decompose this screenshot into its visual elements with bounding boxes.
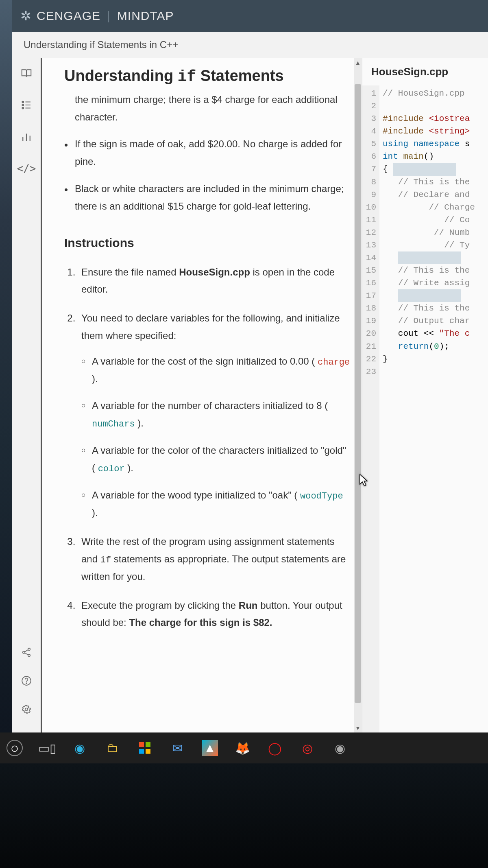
code-token: woodType bbox=[300, 491, 343, 501]
windows-taskbar[interactable]: ○ ▭▯ ◉ 🗀 ✉ ▲ 🦊 ◯ ◎ ◉ bbox=[0, 732, 488, 763]
instruction-step: Write the rest of the program using assi… bbox=[78, 533, 351, 586]
opera-icon[interactable]: ◯ bbox=[267, 740, 283, 756]
ms-store-icon[interactable] bbox=[137, 740, 153, 756]
brand-name: CENGAGE bbox=[37, 9, 100, 23]
svg-rect-19 bbox=[139, 749, 144, 754]
svg-point-16 bbox=[25, 708, 28, 711]
checklist-icon[interactable] bbox=[20, 98, 33, 112]
bullet-list: If the sign is made of oak, add $20.00. … bbox=[64, 136, 351, 215]
truncated-prior-bullet: the minimum charge; there is a $4 charge… bbox=[64, 91, 351, 126]
share-icon[interactable] bbox=[20, 645, 33, 659]
desk-surface bbox=[0, 763, 488, 868]
sub-item: A variable for the number of characters … bbox=[81, 397, 351, 432]
instructions-list: Ensure the file named HouseSign.cpp is o… bbox=[64, 264, 351, 632]
mindtap-window: ✲ CENGAGE | MINDTAP Understanding if Sta… bbox=[12, 0, 488, 732]
svg-line-12 bbox=[25, 650, 28, 652]
code-token: color bbox=[98, 464, 125, 474]
code-content[interactable]: // HouseSign.cpp #include <iostrea#inclu… bbox=[379, 85, 478, 732]
heading-post: Statements bbox=[196, 67, 283, 84]
lesson-body: the minimum charge; there is a $4 charge… bbox=[64, 91, 351, 632]
left-nav-rail: </> bbox=[12, 58, 41, 732]
instructions-heading: Instructions bbox=[64, 232, 351, 254]
gear-icon[interactable] bbox=[20, 702, 33, 716]
cortana-icon[interactable]: ◉ bbox=[332, 740, 348, 756]
desktop-background bbox=[0, 0, 12, 732]
bullet-item: If the sign is made of oak, add $20.00. … bbox=[64, 136, 351, 170]
cengage-logo-icon: ✲ bbox=[20, 8, 32, 24]
lesson-subtitle: Understanding if Statements in C++ bbox=[12, 32, 488, 58]
product-name: MINDTAP bbox=[117, 9, 174, 23]
expected-output: The charge for this sign is $82. bbox=[129, 617, 272, 628]
code-editor-pane: HouseSign.cpp 12345678910111213141516171… bbox=[362, 58, 488, 732]
code-token: charge bbox=[318, 357, 350, 367]
instruction-step: Execute the program by clicking the Run … bbox=[78, 597, 351, 632]
instruction-step: Ensure the file named HouseSign.cpp is o… bbox=[78, 264, 351, 298]
app-title-bar: ✲ CENGAGE | MINDTAP bbox=[12, 0, 488, 32]
main-area: </> Understanding if Statements the mini… bbox=[12, 58, 488, 732]
svg-point-0 bbox=[22, 101, 24, 103]
instruction-step: You need to declare variables for the fo… bbox=[78, 310, 351, 522]
heading-keyword: if bbox=[178, 68, 196, 85]
photos-icon[interactable]: ▲ bbox=[202, 740, 218, 756]
code-icon[interactable]: </> bbox=[20, 162, 33, 175]
file-explorer-icon[interactable]: 🗀 bbox=[104, 740, 120, 756]
lesson-heading: Understanding if Statements bbox=[64, 67, 351, 85]
svg-point-4 bbox=[22, 107, 24, 109]
bar-chart-icon[interactable] bbox=[20, 130, 33, 144]
sub-item: A variable for the color of the characte… bbox=[81, 442, 351, 477]
sub-list: A variable for the cost of the sign init… bbox=[81, 353, 351, 522]
firefox-icon[interactable]: 🦊 bbox=[234, 740, 251, 756]
task-view-icon[interactable]: ▭▯ bbox=[39, 740, 55, 756]
svg-line-13 bbox=[25, 653, 28, 655]
svg-rect-18 bbox=[146, 742, 150, 747]
code-token: if bbox=[100, 555, 111, 565]
line-number-gutter: 1234567891011121314151617181920212223 bbox=[362, 85, 379, 732]
svg-point-2 bbox=[22, 104, 24, 106]
instructions-pane: Understanding if Statements the minimum … bbox=[41, 58, 362, 732]
title-separator: | bbox=[107, 9, 111, 23]
scroll-down-icon[interactable]: ▼ bbox=[354, 724, 362, 732]
svg-rect-20 bbox=[146, 749, 150, 754]
scrollbar-thumb[interactable] bbox=[355, 84, 361, 703]
edge-browser-icon[interactable]: ◉ bbox=[72, 740, 88, 756]
editor-filename-tab[interactable]: HouseSign.cpp bbox=[362, 58, 488, 85]
book-icon[interactable] bbox=[20, 66, 33, 80]
start-button[interactable]: ○ bbox=[7, 740, 23, 756]
sub-item: A variable for the wood type initialized… bbox=[81, 487, 351, 522]
help-icon[interactable] bbox=[20, 674, 33, 688]
opera-gx-icon[interactable]: ◎ bbox=[299, 740, 316, 756]
code-token: numChars bbox=[92, 419, 135, 429]
heading-pre: Understanding bbox=[64, 67, 178, 84]
run-button-label: Run bbox=[239, 600, 258, 611]
bullet-item: Black or white characters are included i… bbox=[64, 180, 351, 215]
mail-icon[interactable]: ✉ bbox=[169, 740, 185, 756]
svg-point-15 bbox=[26, 683, 27, 684]
instructions-scrollbar[interactable]: ▲ ▼ bbox=[354, 58, 362, 732]
svg-rect-17 bbox=[139, 742, 144, 747]
sub-item: A variable for the cost of the sign init… bbox=[81, 353, 351, 388]
filename-bold: HouseSign.cpp bbox=[179, 267, 250, 278]
scroll-up-icon[interactable]: ▲ bbox=[354, 58, 362, 67]
code-area[interactable]: 1234567891011121314151617181920212223 //… bbox=[362, 85, 488, 732]
